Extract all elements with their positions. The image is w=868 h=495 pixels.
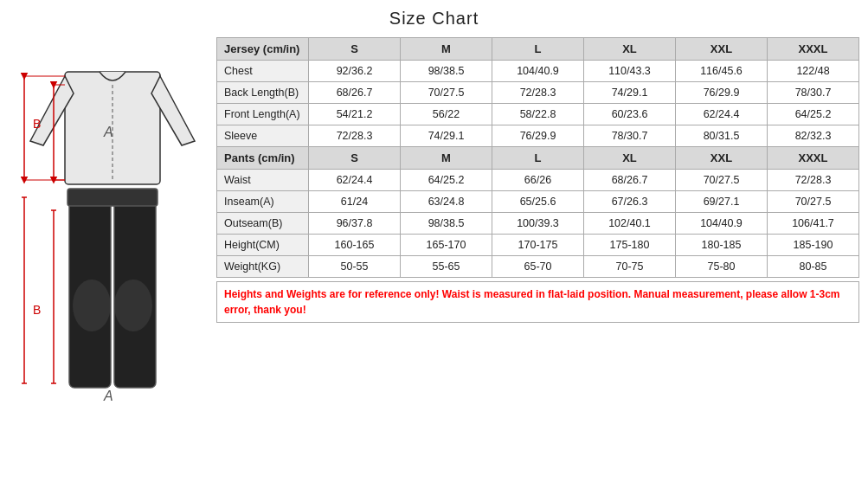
table-row: Inseam(A) 61/24 63/24.8 65/25.6 67/26.3 … xyxy=(217,191,859,213)
size-table: Jersey (cm/in) S M L XL XXL XXXL Chest 9… xyxy=(216,37,859,278)
svg-text:B: B xyxy=(33,117,41,131)
size-table-wrapper: Jersey (cm/in) S M L XL XXL XXXL Chest 9… xyxy=(216,37,859,461)
table-row: Waist 62/24.4 64/25.2 66/26 68/26.7 70/2… xyxy=(217,170,859,191)
row-label: Front Length(A) xyxy=(217,104,309,125)
svg-text:A: A xyxy=(103,125,113,139)
pants-header-row: Pants (cm/in) S M L XL XXL XXXL xyxy=(217,147,859,170)
jersey-size-l: L xyxy=(492,38,584,61)
svg-point-11 xyxy=(73,280,111,331)
pants-size-xl: XL xyxy=(584,147,676,170)
jersey-size-xxl: XXL xyxy=(676,38,768,61)
size-diagram: A B B A xyxy=(17,37,208,461)
row-label: Back Length(B) xyxy=(217,82,309,104)
row-label: Outseam(B) xyxy=(217,213,309,235)
row-label: Chest xyxy=(217,61,309,82)
svg-rect-10 xyxy=(68,189,158,206)
pants-size-xxxl: XXXL xyxy=(768,147,859,170)
table-row: Outseam(B) 96/37.8 98/38.5 100/39.3 102/… xyxy=(217,213,859,235)
pants-size-m: M xyxy=(401,147,492,170)
pants-label: Pants (cm/in) xyxy=(217,147,309,170)
table-row: Weight(KG) 50-55 55-65 65-70 70-75 75-80… xyxy=(217,256,859,278)
jersey-label: Jersey (cm/in) xyxy=(217,38,309,61)
row-label: Sleeve xyxy=(217,125,309,147)
table-row: Front Length(A) 54/21.2 56/22 58/22.8 60… xyxy=(217,104,859,125)
row-label: Height(CM) xyxy=(217,235,309,256)
pants-size-s: S xyxy=(309,147,401,170)
svg-text:A: A xyxy=(103,389,113,403)
diagram: A B B A xyxy=(9,37,216,461)
jersey-size-m: M xyxy=(401,38,492,61)
page-container: Size Chart A B xyxy=(0,0,868,495)
svg-text:B: B xyxy=(33,303,41,317)
pants-size-xxl: XXL xyxy=(676,147,768,170)
jersey-size-s: S xyxy=(309,38,401,61)
row-label: Waist xyxy=(217,170,309,191)
jersey-size-xl: XL xyxy=(584,38,676,61)
table-row: Sleeve 72/28.3 74/29.1 76/29.9 78/30.7 8… xyxy=(217,125,859,147)
svg-point-12 xyxy=(114,280,152,331)
pants-size-l: L xyxy=(492,147,584,170)
table-row: Chest 92/36.2 98/38.5 104/40.9 110/43.3 … xyxy=(217,61,859,82)
jersey-header-row: Jersey (cm/in) S M L XL XXL XXXL xyxy=(217,38,859,61)
row-label: Weight(KG) xyxy=(217,256,309,278)
jersey-size-xxxl: XXXL xyxy=(768,38,859,61)
size-note: Heights and Weights are for reference on… xyxy=(216,281,859,323)
table-row: Height(CM) 160-165 165-170 170-175 175-1… xyxy=(217,235,859,256)
table-row: Back Length(B) 68/26.7 70/27.5 72/28.3 7… xyxy=(217,82,859,104)
content-area: A B B A xyxy=(9,37,859,461)
page-title: Size Chart xyxy=(389,9,479,29)
row-label: Inseam(A) xyxy=(217,191,309,213)
